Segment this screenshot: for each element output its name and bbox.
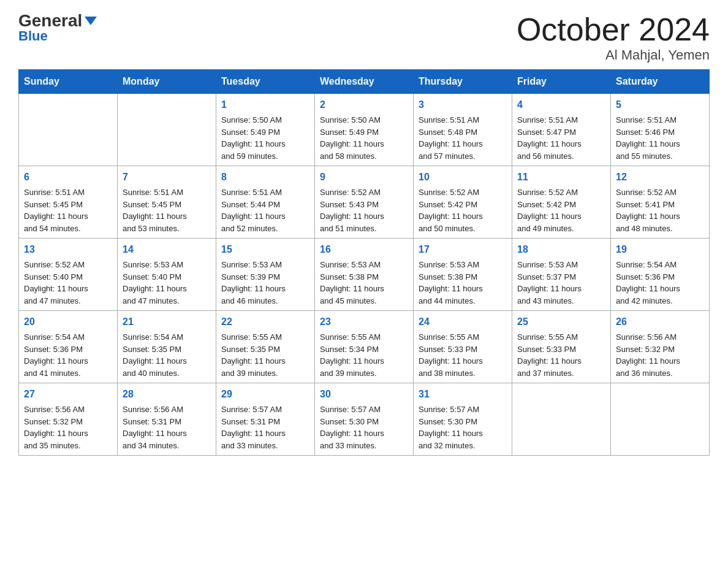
calendar-cell: 15Sunrise: 5:53 AMSunset: 5:39 PMDayligh…	[216, 239, 315, 311]
day-info: Daylight: 11 hours	[123, 427, 211, 440]
day-info: Daylight: 11 hours	[517, 210, 605, 223]
day-info: and 47 minutes.	[123, 295, 211, 307]
day-info: Sunset: 5:49 PM	[320, 126, 408, 139]
day-info: Sunset: 5:36 PM	[24, 343, 112, 356]
day-info: Daylight: 11 hours	[320, 355, 408, 367]
day-info: Sunset: 5:33 PM	[517, 343, 605, 356]
day-info: Sunrise: 5:56 AM	[616, 331, 704, 343]
day-info: Daylight: 11 hours	[320, 210, 408, 223]
day-number: 25	[517, 315, 605, 329]
day-info: Sunset: 5:38 PM	[419, 271, 507, 283]
day-number: 5	[616, 98, 704, 112]
day-number: 14	[123, 242, 211, 257]
day-info: and 49 minutes.	[517, 223, 605, 235]
day-info: and 52 minutes.	[221, 223, 309, 235]
day-info: Sunset: 5:38 PM	[320, 271, 408, 283]
day-info: Sunrise: 5:51 AM	[419, 114, 507, 126]
day-info: Daylight: 11 hours	[24, 427, 112, 440]
day-info: Sunrise: 5:55 AM	[221, 331, 309, 343]
day-info: and 53 minutes.	[123, 223, 211, 235]
day-info: Sunrise: 5:50 AM	[320, 114, 408, 126]
day-number: 30	[320, 387, 408, 402]
day-number: 1	[221, 98, 309, 112]
day-number: 12	[616, 170, 704, 185]
day-number: 19	[616, 242, 704, 257]
calendar-cell: 13Sunrise: 5:52 AMSunset: 5:40 PMDayligh…	[19, 239, 118, 311]
weekday-header: Sunday	[19, 70, 118, 94]
day-info: and 50 minutes.	[419, 223, 507, 235]
day-info: Daylight: 11 hours	[320, 427, 408, 440]
day-info: Daylight: 11 hours	[221, 355, 309, 367]
calendar-cell: 1Sunrise: 5:50 AMSunset: 5:49 PMDaylight…	[216, 94, 315, 166]
day-info: and 58 minutes.	[320, 150, 408, 163]
day-number: 8	[221, 170, 309, 185]
day-info: Sunrise: 5:54 AM	[24, 331, 112, 343]
day-info: Sunrise: 5:57 AM	[320, 404, 408, 416]
day-info: and 33 minutes.	[221, 440, 309, 452]
day-info: Sunset: 5:47 PM	[517, 126, 605, 139]
day-info: Daylight: 11 hours	[419, 138, 507, 150]
calendar-cell: 24Sunrise: 5:55 AMSunset: 5:33 PMDayligh…	[414, 311, 512, 383]
day-info: Sunrise: 5:52 AM	[320, 186, 408, 199]
calendar-table: SundayMondayTuesdayWednesdayThursdayFrid…	[18, 69, 710, 456]
day-number: 3	[419, 98, 507, 112]
day-info: and 51 minutes.	[320, 223, 408, 235]
calendar-cell: 16Sunrise: 5:53 AMSunset: 5:38 PMDayligh…	[315, 239, 414, 311]
day-info: Sunrise: 5:56 AM	[24, 404, 112, 416]
day-info: Sunrise: 5:52 AM	[616, 186, 704, 199]
day-info: Daylight: 11 hours	[221, 427, 309, 440]
day-info: Daylight: 11 hours	[123, 283, 211, 295]
day-info: Daylight: 11 hours	[320, 283, 408, 295]
day-info: and 34 minutes.	[123, 440, 211, 452]
day-info: Daylight: 11 hours	[616, 283, 704, 295]
day-number: 23	[320, 315, 408, 329]
day-info: and 33 minutes.	[320, 440, 408, 452]
day-number: 21	[123, 315, 211, 329]
day-info: Daylight: 11 hours	[24, 355, 112, 367]
day-info: Daylight: 11 hours	[24, 210, 112, 223]
day-info: and 43 minutes.	[517, 295, 605, 307]
calendar-cell: 31Sunrise: 5:57 AMSunset: 5:30 PMDayligh…	[414, 383, 512, 456]
day-number: 18	[517, 242, 605, 257]
day-number: 26	[616, 315, 704, 329]
day-info: Sunset: 5:39 PM	[221, 271, 309, 283]
day-info: and 38 minutes.	[419, 367, 507, 380]
day-number: 24	[419, 315, 507, 329]
day-number: 17	[419, 242, 507, 257]
calendar-cell: 4Sunrise: 5:51 AMSunset: 5:47 PMDaylight…	[512, 94, 611, 166]
weekday-header: Saturday	[611, 70, 710, 94]
day-info: Daylight: 11 hours	[221, 283, 309, 295]
day-info: Daylight: 11 hours	[517, 138, 605, 150]
day-number: 10	[419, 170, 507, 185]
day-info: Sunrise: 5:54 AM	[616, 259, 704, 271]
weekday-header: Friday	[512, 70, 611, 94]
day-info: Sunrise: 5:54 AM	[123, 331, 211, 343]
day-number: 27	[24, 387, 112, 402]
day-info: Sunset: 5:46 PM	[616, 126, 704, 139]
calendar-cell: 7Sunrise: 5:51 AMSunset: 5:45 PMDaylight…	[118, 166, 216, 239]
day-info: Daylight: 11 hours	[123, 210, 211, 223]
weekday-header: Thursday	[414, 70, 512, 94]
calendar-week-row: 6Sunrise: 5:51 AMSunset: 5:45 PMDaylight…	[19, 166, 710, 239]
day-info: and 39 minutes.	[221, 367, 309, 380]
calendar-cell	[118, 94, 216, 166]
day-info: and 55 minutes.	[616, 150, 704, 163]
weekday-header: Tuesday	[216, 70, 315, 94]
day-info: Sunrise: 5:53 AM	[123, 259, 211, 271]
day-info: Sunrise: 5:53 AM	[517, 259, 605, 271]
day-info: Sunrise: 5:52 AM	[419, 186, 507, 199]
day-info: Sunset: 5:37 PM	[517, 271, 605, 283]
day-info: and 46 minutes.	[221, 295, 309, 307]
calendar-cell	[611, 383, 710, 456]
day-info: Sunrise: 5:57 AM	[221, 404, 309, 416]
calendar-cell	[19, 94, 118, 166]
logo-general-text: General	[18, 12, 82, 29]
day-info: and 56 minutes.	[517, 150, 605, 163]
calendar-cell: 29Sunrise: 5:57 AMSunset: 5:31 PMDayligh…	[216, 383, 315, 456]
day-info: Daylight: 11 hours	[616, 210, 704, 223]
day-info: Sunrise: 5:52 AM	[517, 186, 605, 199]
day-info: Sunset: 5:44 PM	[221, 199, 309, 211]
day-number: 7	[123, 170, 211, 185]
day-info: Sunrise: 5:51 AM	[221, 186, 309, 199]
location-title: Al Mahjal, Yemen	[517, 47, 710, 63]
